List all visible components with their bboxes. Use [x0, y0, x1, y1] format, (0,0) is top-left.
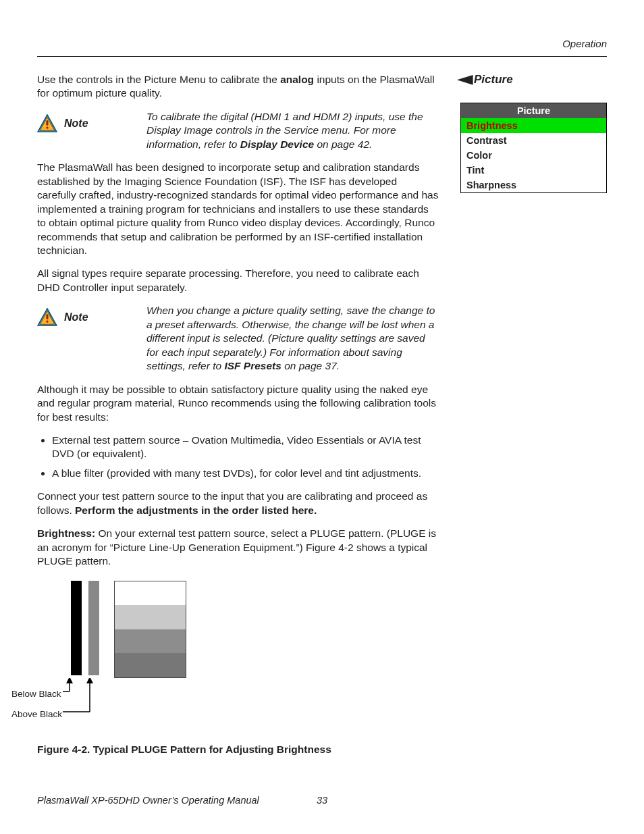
gray-step [115, 653, 186, 677]
gray-step [115, 605, 186, 629]
note-label: Note [64, 118, 88, 130]
footer-title: PlasmaWall XP-65DHD Owner’s Operating Ma… [37, 795, 259, 806]
connect-paragraph: Connect your test pattern source to the … [37, 490, 439, 517]
figure-arrows: Below Black Above Black [68, 682, 176, 723]
isf-paragraph: The PlasmaWall has been designed to inco… [37, 161, 439, 257]
note-1-body: To calibrate the digital (HDMI 1 and HDM… [146, 110, 439, 151]
figure-caption: Figure 4-2. Typical PLUGE Pattern for Ad… [37, 743, 439, 756]
intro-paragraph: Use the controls in the Picture Menu to … [37, 73, 439, 101]
list-item: External test pattern source – Ovation M… [52, 434, 439, 461]
menu-title: Picture [461, 103, 606, 118]
side-column: ◀Picture Picture Brightness Contrast Col… [460, 73, 607, 193]
note-icon [37, 114, 57, 133]
list-item: A blue filter (provided with many test D… [52, 467, 439, 480]
brightness-paragraph: Brightness: On your external test patter… [37, 527, 439, 568]
arrow-left-icon: ◀ [458, 73, 473, 85]
svg-point-3 [46, 126, 48, 128]
signal-paragraph: All signal types require separate proces… [37, 267, 439, 294]
label-below-black: Below Black [11, 689, 61, 699]
tools-intro: Although it may be possible to obtain sa… [37, 383, 439, 424]
label-above-black: Above Black [11, 709, 62, 719]
svg-rect-6 [47, 315, 49, 319]
gray-step [115, 629, 186, 654]
pluge-bar-black [71, 581, 82, 675]
menu-item-contrast[interactable]: Contrast [461, 133, 606, 148]
svg-point-7 [46, 321, 48, 323]
pluge-gray-steps [114, 581, 186, 678]
gray-step [115, 581, 186, 606]
note-1-bold: Display Device [240, 138, 314, 150]
menu-item-tint[interactable]: Tint [461, 163, 606, 178]
connect-bold: Perform the adjustments in the order lis… [75, 504, 317, 516]
note-2-body: When you change a picture quality settin… [146, 304, 439, 373]
pluge-bar-gray [88, 581, 99, 675]
side-heading: ◀Picture [460, 73, 607, 86]
menu-item-color[interactable]: Color [461, 148, 606, 163]
side-heading-text: Picture [474, 73, 513, 86]
figure-4-2: Below Black Above Black [71, 581, 439, 723]
note-2-post: on page 37. [281, 360, 340, 371]
main-column: Use the controls in the Picture Menu to … [37, 73, 439, 766]
note-block-2: Note When you change a picture quality s… [37, 304, 439, 373]
note-2-bold: ISF Presets [224, 360, 281, 371]
picture-menu: Picture Brightness Contrast Color Tint S… [460, 103, 607, 193]
menu-item-sharpness[interactable]: Sharpness [461, 178, 606, 192]
intro-bold: analog [280, 74, 314, 85]
brightness-label: Brightness: [37, 527, 98, 539]
section-header: Operation [37, 38, 607, 49]
note-label: Note [64, 311, 88, 323]
intro-pre: Use the controls in the Picture Menu to … [37, 74, 280, 85]
menu-item-brightness[interactable]: Brightness [461, 118, 606, 133]
page-number: 33 [317, 795, 327, 806]
note-icon [37, 308, 57, 327]
note-1-post: on page 42. [314, 138, 372, 150]
svg-rect-2 [47, 120, 49, 125]
note-block-1: Note To calibrate the digital (HDMI 1 an… [37, 110, 439, 151]
page-footer: PlasmaWall XP-65DHD Owner’s Operating Ma… [37, 795, 607, 806]
header-rule [37, 56, 607, 57]
tools-list: External test pattern source – Ovation M… [37, 434, 439, 480]
